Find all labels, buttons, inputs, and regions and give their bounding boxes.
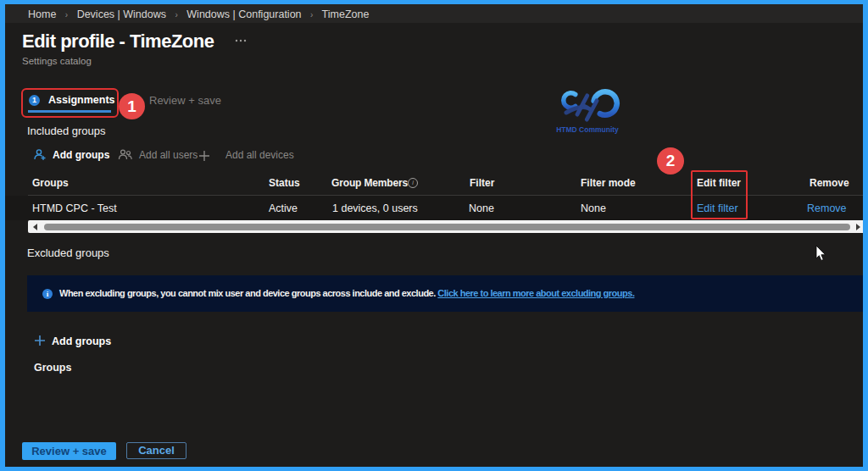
svg-text:HTMD Community: HTMD Community xyxy=(556,125,619,134)
